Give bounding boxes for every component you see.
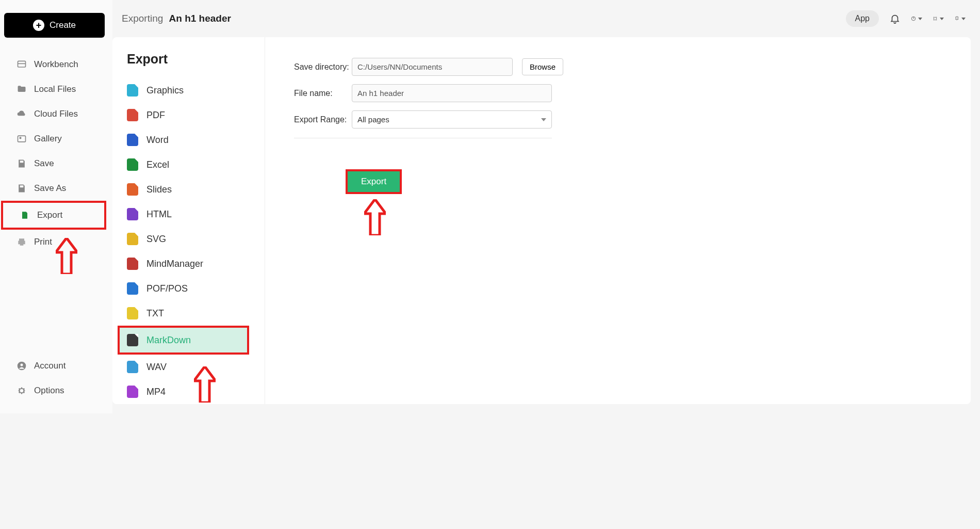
- sidebar-item-label: Account: [34, 361, 66, 371]
- sidebar-item-local-files[interactable]: Local Files: [0, 77, 112, 102]
- create-label: Create: [50, 20, 76, 30]
- svg-point-8: [935, 17, 936, 18]
- pofpos-icon: [127, 282, 138, 295]
- format-item-excel[interactable]: Excel: [127, 152, 265, 177]
- gallery-icon: [17, 134, 27, 144]
- save-dir-input[interactable]: [352, 58, 513, 76]
- excel-icon: [127, 158, 138, 171]
- format-item-word[interactable]: Word: [127, 127, 265, 152]
- svg-point-12: [934, 20, 935, 21]
- svg-point-11: [936, 18, 937, 19]
- slides-icon: [127, 183, 138, 196]
- svg-point-3: [20, 137, 21, 139]
- format-label: Graphics: [146, 85, 184, 96]
- format-label: WAV: [146, 362, 167, 373]
- annotation-arrow-icon: [56, 238, 77, 274]
- sidebar-item-options[interactable]: Options: [0, 378, 112, 403]
- topbar: Exporting An h1 header App: [112, 0, 980, 37]
- range-select[interactable]: All pages: [352, 110, 552, 129]
- breadcrumb-section: Exporting: [122, 13, 163, 24]
- sidebar-item-label: Print: [34, 237, 52, 247]
- sidebar-item-label: Save As: [34, 183, 66, 194]
- range-label: Export Range:: [294, 115, 352, 124]
- divider: [294, 138, 552, 138]
- breadcrumb: Exporting An h1 header: [122, 13, 231, 24]
- svg-rect-0: [18, 61, 26, 67]
- format-item-pofpos[interactable]: POF/POS: [127, 276, 265, 301]
- mp4-icon: [127, 386, 138, 398]
- sidebar-item-label: Export: [37, 210, 62, 220]
- format-label: HTML: [146, 209, 172, 220]
- annotation-arrow-icon: [364, 199, 386, 235]
- txt-icon: [127, 307, 138, 319]
- workbench-icon: [17, 59, 27, 70]
- sidebar-item-workbench[interactable]: Workbench: [0, 52, 112, 77]
- export-btn-highlight: Export: [346, 169, 402, 194]
- svg-point-9: [936, 17, 937, 18]
- format-item-markdown[interactable]: MarkDown: [118, 326, 249, 355]
- page-title: An h1 header: [169, 13, 231, 24]
- sidebar-item-save[interactable]: Save: [0, 151, 112, 176]
- format-label: POF/POS: [146, 283, 188, 294]
- svg-point-7: [934, 17, 935, 18]
- format-item-pdf[interactable]: PDF: [127, 103, 265, 127]
- format-label: Slides: [146, 184, 172, 195]
- account-icon: [17, 361, 27, 371]
- sidebar-item-export[interactable]: Export: [1, 201, 106, 230]
- pdf-icon: [127, 109, 138, 121]
- app-chip[interactable]: App: [846, 10, 879, 27]
- folder-icon: [17, 84, 27, 94]
- html-icon: [127, 208, 138, 220]
- format-label: MindManager: [146, 259, 203, 269]
- format-label: TXT: [146, 308, 164, 319]
- sidebar-item-account[interactable]: Account: [0, 354, 112, 378]
- cloud-icon: [17, 109, 27, 119]
- sidebar-item-label: Local Files: [34, 84, 76, 94]
- puzzle-icon[interactable]: [954, 13, 966, 24]
- sidebar-item-gallery[interactable]: Gallery: [0, 126, 112, 151]
- sidebar: + Create Workbench Local Files Cloud Fil…: [0, 0, 112, 413]
- format-label: Excel: [146, 159, 169, 170]
- format-item-html[interactable]: HTML: [127, 202, 265, 227]
- sidebar-item-save-as[interactable]: Save As: [0, 176, 112, 201]
- format-label: MarkDown: [146, 335, 191, 346]
- svg-point-5: [21, 363, 23, 366]
- markdown-icon: [127, 334, 138, 346]
- browse-button[interactable]: Browse: [522, 58, 563, 75]
- gear-icon: [17, 386, 27, 396]
- file-name-input[interactable]: [352, 84, 552, 102]
- svg-rect-2: [18, 136, 26, 142]
- sidebar-item-label: Save: [34, 158, 54, 169]
- sidebar-item-label: Cloud Files: [34, 109, 78, 119]
- file-name-label: File name:: [294, 89, 352, 98]
- create-button[interactable]: + Create: [4, 13, 105, 38]
- range-value: All pages: [357, 115, 389, 124]
- format-label: MP4: [146, 387, 166, 397]
- svg-icon: [127, 233, 138, 245]
- svg-point-10: [934, 18, 935, 19]
- format-item-mindmanager[interactable]: MindManager: [127, 251, 265, 276]
- export-button[interactable]: Export: [348, 171, 400, 192]
- export-heading: Export: [127, 52, 265, 67]
- format-label: Word: [146, 135, 169, 146]
- format-item-svg[interactable]: SVG: [127, 227, 265, 251]
- format-panel: Export Graphics PDF Word Excel Slides HT…: [112, 37, 265, 404]
- help-icon[interactable]: [911, 13, 922, 24]
- format-label: SVG: [146, 234, 166, 245]
- apps-icon[interactable]: [933, 13, 944, 24]
- save-icon: [17, 158, 27, 169]
- sidebar-item-label: Gallery: [34, 134, 62, 144]
- save-dir-label: Save directory:: [294, 62, 352, 72]
- annotation-arrow-icon: [194, 366, 216, 403]
- sidebar-item-label: Options: [34, 386, 64, 396]
- bell-icon[interactable]: [889, 13, 901, 24]
- sidebar-item-cloud-files[interactable]: Cloud Files: [0, 102, 112, 126]
- wav-icon: [127, 361, 138, 373]
- format-item-graphics[interactable]: Graphics: [127, 78, 265, 103]
- word-icon: [127, 134, 138, 146]
- format-label: PDF: [146, 110, 165, 121]
- sidebar-item-label: Workbench: [34, 59, 78, 70]
- plus-icon: +: [33, 20, 44, 31]
- format-item-txt[interactable]: TXT: [127, 301, 265, 326]
- format-item-slides[interactable]: Slides: [127, 177, 265, 202]
